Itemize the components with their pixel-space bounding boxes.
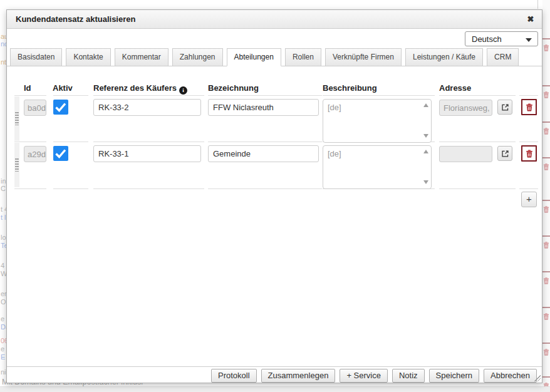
external-link-icon — [501, 103, 509, 111]
speichern-button[interactable]: Speichern — [429, 369, 480, 383]
close-button[interactable]: ✖ — [524, 13, 537, 26]
address-field — [439, 100, 492, 116]
active-checkbox[interactable] — [53, 146, 68, 161]
protokoll-button[interactable]: Protokoll — [211, 369, 257, 383]
tab-kontakte[interactable]: Kontakte — [66, 48, 110, 66]
buyer-reference-input[interactable] — [93, 99, 201, 116]
language-select[interactable]: Deutsch — [465, 31, 538, 46]
dialog-kundendatensatz: Kundendatensatz aktualisieren ✖ Deutsch … — [6, 9, 542, 383]
tab-rollen[interactable]: Rollen — [285, 48, 321, 66]
id-field — [24, 146, 46, 162]
designation-input[interactable] — [208, 145, 319, 162]
check-icon — [53, 100, 68, 115]
designation-input[interactable] — [208, 99, 319, 116]
address-field — [439, 146, 492, 162]
column-header-aktiv: Aktiv — [53, 83, 73, 93]
dialog-titlebar: Kundendatensatz aktualisieren ✖ — [7, 10, 542, 29]
zusammenlegen-button[interactable]: Zusammenlegen — [261, 369, 336, 383]
dialog-title: Kundendatensatz aktualisieren — [16, 14, 135, 24]
column-header-bezeichnung: Bezeichnung — [208, 83, 259, 93]
scroll-up-icon[interactable] — [423, 150, 428, 153]
drag-handle[interactable] — [14, 96, 19, 141]
active-checkbox[interactable] — [53, 100, 68, 115]
notiz-button[interactable]: Notiz — [392, 369, 425, 383]
open-address-button[interactable] — [497, 146, 512, 161]
language-select-value: Deutsch — [472, 34, 502, 44]
column-header-adresse: Adresse — [439, 83, 471, 93]
chevron-down-icon — [526, 38, 532, 42]
abbrechen-button[interactable]: Abbrechen — [484, 369, 537, 383]
delete-row-button[interactable] — [521, 99, 537, 115]
add-row-button[interactable]: + — [521, 192, 537, 207]
id-field — [24, 100, 46, 116]
open-address-button[interactable] — [497, 100, 512, 115]
tab-leistungen-kaeufe[interactable]: Leistungen / Käufe — [405, 48, 483, 66]
tab-crm[interactable]: CRM — [487, 48, 519, 66]
scroll-down-icon[interactable] — [423, 180, 428, 184]
grip-dots-icon — [15, 158, 19, 172]
grip-dots-icon — [15, 111, 19, 125]
description-field — [323, 99, 432, 143]
column-header-referenz: Referenz des Käufersi — [93, 83, 187, 95]
column-header-beschreibung: Beschreibung — [323, 83, 377, 93]
description-field — [323, 145, 432, 189]
service-button[interactable]: + Service — [340, 369, 388, 383]
scroll-up-icon[interactable] — [423, 103, 428, 107]
scroll-down-icon[interactable] — [423, 134, 428, 138]
close-icon: ✖ — [527, 14, 534, 24]
tab-kommentar[interactable]: Kommentar — [115, 48, 169, 66]
resize-handle-icon[interactable] — [534, 375, 541, 381]
delete-row-button[interactable] — [521, 145, 537, 162]
tab-bar: Basisdaten Kontakte Kommentar Zahlungen … — [7, 48, 542, 66]
tab-abteilungen[interactable]: Abteilungen — [227, 48, 281, 66]
footer-buttons: Protokoll Zusammenlegen + Service Notiz … — [211, 369, 537, 383]
drag-handle[interactable] — [14, 143, 19, 187]
buyer-reference-input[interactable] — [93, 145, 201, 162]
tab-zahlungen[interactable]: Zahlungen — [172, 48, 223, 66]
column-header-referenz-label: Referenz des Käufers — [93, 83, 177, 93]
tab-basisdaten[interactable]: Basisdaten — [10, 48, 62, 66]
description-textarea[interactable] — [323, 145, 432, 189]
tab-verknuepfte-firmen[interactable]: Verknüpfte Firmen — [325, 48, 402, 66]
info-icon[interactable]: i — [179, 86, 187, 95]
trash-icon — [525, 149, 534, 158]
footer-divider — [7, 366, 542, 367]
description-textarea[interactable] — [323, 99, 432, 143]
external-link-icon — [501, 150, 509, 158]
check-icon — [53, 146, 68, 161]
column-header-id: Id — [24, 83, 31, 93]
trash-icon — [525, 103, 534, 112]
